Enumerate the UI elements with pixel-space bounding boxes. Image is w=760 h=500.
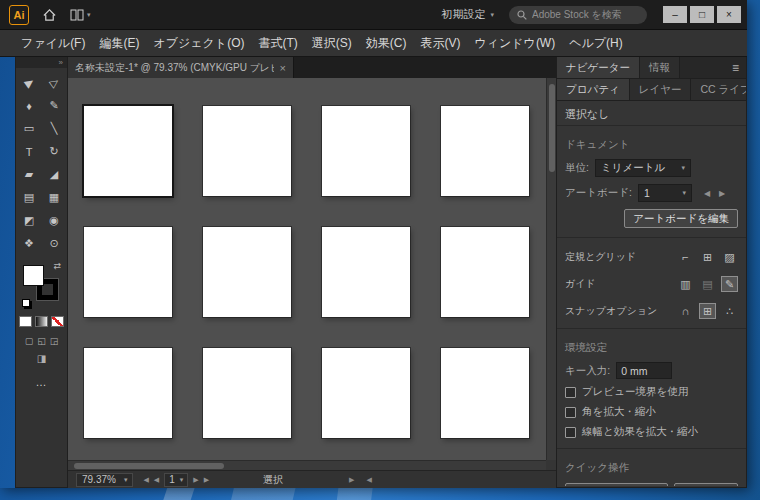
workspace-switcher[interactable]: 初期設定 ▾ [441, 7, 494, 22]
draw-behind-icon[interactable]: ◱ [37, 336, 46, 346]
toolbar-collapse-chevron[interactable]: » [16, 57, 67, 68]
maximize-button[interactable]: □ [690, 6, 714, 23]
artboard[interactable] [322, 106, 410, 196]
document-setup-button[interactable]: ドキュメント設定 [565, 483, 668, 486]
artboard[interactable] [322, 348, 410, 438]
key-input-field[interactable] [616, 362, 672, 379]
rotate-tool[interactable]: ↻ [42, 140, 67, 163]
panel-menu-icon[interactable]: ≡ [732, 61, 739, 75]
snap-to-point-icon[interactable]: ∴ [721, 303, 738, 319]
status-next-icon[interactable]: ▶ [349, 476, 354, 484]
units-dropdown[interactable]: ミリメートル ▾ [595, 159, 691, 177]
previous-artboard-icon[interactable]: ◀ [154, 476, 159, 484]
artboard[interactable] [84, 348, 172, 438]
artboard[interactable] [84, 227, 172, 317]
gradient-button[interactable] [35, 316, 48, 327]
tab-navigator[interactable]: ナビゲーター [557, 57, 640, 78]
menu-file[interactable]: ファイル(F) [21, 35, 85, 52]
artboard[interactable] [441, 106, 529, 196]
gradient-tool[interactable]: ▤ [17, 186, 42, 209]
search-input[interactable] [532, 9, 639, 20]
chevron-down-icon: ▾ [124, 476, 128, 484]
next-artboard-icon[interactable]: ▶ [193, 476, 198, 484]
snap-options-row: スナップオプション ∩ ⊞ ∴ [565, 303, 738, 319]
menu-effect[interactable]: 効果(C) [366, 35, 407, 52]
direct-selection-tool[interactable]: ▷ [42, 71, 67, 94]
minimize-button[interactable]: – [663, 6, 687, 23]
color-button[interactable] [19, 316, 32, 327]
menu-edit[interactable]: 編集(E) [99, 35, 139, 52]
fill-swatch[interactable] [23, 265, 44, 286]
default-fill-stroke-icon[interactable] [22, 299, 30, 307]
pen-tool[interactable]: ♦ [17, 94, 42, 117]
artboard-dropdown[interactable]: 1 ▾ [638, 184, 692, 202]
preferences-button[interactable]: 環境設定 [674, 483, 738, 486]
menu-help[interactable]: ヘルプ(H) [569, 35, 623, 52]
eyedropper-tool[interactable]: ◢ [42, 163, 67, 186]
artboard[interactable] [322, 227, 410, 317]
last-artboard-icon[interactable]: ▶ [204, 476, 209, 484]
canvas[interactable] [68, 78, 546, 460]
document-tab[interactable]: 名称未設定-1* @ 79.37% (CMYK/GPU プレビュー) × [68, 57, 294, 78]
paintbrush-tool[interactable]: ▰ [17, 163, 42, 186]
tab-layers[interactable]: レイヤー [630, 79, 692, 100]
type-tool[interactable]: T [17, 140, 42, 163]
screen-mode-icon[interactable]: ◨ [16, 353, 67, 364]
vertical-scrollbar[interactable] [546, 78, 556, 460]
horizontal-scrollbar-thumb[interactable] [74, 463, 224, 469]
snap-to-grid-icon[interactable]: ∩ [677, 303, 694, 319]
status-prev-icon[interactable]: ◀ [366, 476, 371, 484]
show-guides-icon[interactable]: ▥ [677, 276, 694, 292]
previous-artboard-icon[interactable]: ◀ [704, 189, 710, 198]
use-preview-bounds-checkbox[interactable] [565, 387, 576, 398]
menu-type[interactable]: 書式(T) [258, 35, 297, 52]
line-segment-tool[interactable]: ╲ [42, 117, 67, 140]
draw-normal-icon[interactable]: ▢ [25, 336, 34, 346]
menu-object[interactable]: オブジェクト(O) [153, 35, 244, 52]
close-window-button[interactable]: × [717, 6, 741, 23]
selection-tool[interactable]: ▶ [17, 71, 42, 94]
snap-to-pixel-icon[interactable]: ⊞ [699, 303, 716, 319]
grid-icon[interactable]: ⊞ [699, 249, 716, 265]
mesh-tool[interactable]: ▦ [42, 186, 67, 209]
next-artboard-icon[interactable]: ▶ [719, 189, 725, 198]
first-artboard-icon[interactable]: ◀ [143, 476, 148, 484]
horizontal-scrollbar[interactable] [68, 460, 546, 470]
vertical-scrollbar-thumb[interactable] [549, 84, 555, 172]
draw-inside-icon[interactable]: ◲ [50, 336, 59, 346]
artboard[interactable] [441, 348, 529, 438]
artboard[interactable] [441, 227, 529, 317]
swap-fill-stroke-icon[interactable]: ⇄ [53, 261, 61, 271]
pencil-tool[interactable]: ✎ [42, 94, 67, 117]
zoom-level-dropdown[interactable]: 79.37% ▾ [76, 473, 133, 487]
arrange-documents-button[interactable]: ▾ [70, 9, 91, 21]
menu-window[interactable]: ウィンドウ(W) [474, 35, 555, 52]
rectangle-tool[interactable]: ▭ [17, 117, 42, 140]
tab-properties[interactable]: プロパティ [557, 79, 630, 100]
zoom-tool[interactable]: ⊙ [42, 232, 67, 255]
hand-tool[interactable]: ❖ [17, 232, 42, 255]
scale-strokes-effects-checkbox[interactable] [565, 427, 576, 438]
menu-select[interactable]: 選択(S) [312, 35, 352, 52]
artboard-number-dropdown[interactable]: 1 ▾ [164, 473, 188, 487]
artboard[interactable] [203, 106, 291, 196]
home-button[interactable] [42, 8, 57, 22]
transparency-grid-icon[interactable]: ▨ [721, 249, 738, 265]
artboard[interactable] [203, 348, 291, 438]
lock-guides-icon[interactable]: ▤ [699, 276, 716, 292]
blend-tool[interactable]: ◉ [42, 209, 67, 232]
menu-view[interactable]: 表示(V) [420, 35, 460, 52]
artboard[interactable] [203, 227, 291, 317]
tab-info[interactable]: 情報 [640, 57, 680, 78]
ruler-icon[interactable]: ⌐ [677, 249, 694, 265]
artboard-active[interactable] [84, 106, 172, 196]
close-tab-icon[interactable]: × [280, 62, 286, 74]
edit-toolbar-ellipsis[interactable]: … [16, 376, 67, 388]
edit-artboards-button[interactable]: アートボードを編集 [624, 209, 738, 228]
tab-cc-libraries[interactable]: CC ライブラリ [691, 79, 747, 100]
none-button[interactable] [51, 316, 64, 327]
adobe-stock-search[interactable] [509, 6, 647, 24]
smart-guides-icon[interactable]: ✎ [721, 276, 738, 292]
scale-corners-checkbox[interactable] [565, 407, 576, 418]
shape-builder-tool[interactable]: ◩ [17, 209, 42, 232]
